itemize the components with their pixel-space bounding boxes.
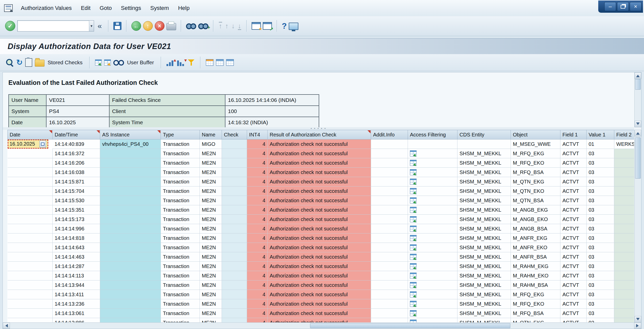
cell-check[interactable]	[222, 318, 247, 323]
user-buffer-icon[interactable]	[113, 59, 124, 66]
cell-object[interactable]: M_ANFR_EKO	[511, 243, 560, 252]
cell-field1[interactable]: ACTVT	[560, 186, 587, 196]
cell-field2[interactable]	[614, 243, 634, 252]
cell-result[interactable]: Authorization check not successful	[268, 290, 371, 299]
cell-addit[interactable]	[371, 139, 408, 149]
cell-result[interactable]: Authorization check not successful	[268, 177, 371, 186]
cell-time[interactable]: 14:14:14:113	[53, 271, 100, 280]
cell-time[interactable]: 14:14:15:173	[53, 215, 100, 224]
cell-date[interactable]: 16.10.2025	[8, 139, 48, 149]
cell-int4[interactable]: 4	[247, 139, 268, 149]
cell-name[interactable]: ME2N	[200, 158, 222, 168]
cell-object[interactable]: M_RAHM_EKO	[511, 271, 560, 280]
cell-check[interactable]	[222, 139, 247, 149]
cell-date[interactable]	[8, 243, 53, 252]
cell-value1[interactable]: 03	[587, 318, 614, 323]
cell-access[interactable]	[408, 262, 457, 271]
cell-date[interactable]	[8, 318, 53, 323]
cell-int4[interactable]: 4	[247, 309, 268, 318]
cell-field2[interactable]: WERKS	[614, 139, 634, 149]
cell-instance[interactable]	[100, 262, 161, 271]
cell-cds[interactable]: SHSM_M_MEKKL	[457, 252, 511, 262]
cell-instance[interactable]	[100, 215, 161, 224]
cell-type[interactable]: Transaction	[161, 262, 200, 271]
cell-time[interactable]: 14:14:40:839	[53, 139, 100, 149]
cell-field1[interactable]: ACTVT	[560, 205, 587, 215]
cell-detail-button[interactable]	[39, 140, 46, 148]
cell-check[interactable]	[222, 233, 247, 243]
cell-name[interactable]: ME2N	[200, 262, 222, 271]
cell-addit[interactable]	[371, 318, 408, 323]
cell-instance[interactable]	[100, 168, 161, 177]
cell-instance[interactable]	[100, 271, 161, 280]
cell-int4[interactable]: 4	[247, 243, 268, 252]
cell-result[interactable]: Authorization check not successful	[268, 271, 371, 280]
cell-name[interactable]: ME2N	[200, 318, 222, 323]
cell-access[interactable]	[408, 158, 457, 168]
cell-field1[interactable]: ACTVT	[560, 280, 587, 290]
cell-name[interactable]: ME2N	[200, 224, 222, 233]
cell-name[interactable]: ME2N	[200, 280, 222, 290]
cell-time[interactable]: 14:14:16:206	[53, 158, 100, 168]
scroll-down-icon[interactable]	[635, 316, 641, 323]
cell-access[interactable]	[408, 299, 457, 309]
cell-cds[interactable]: SHSM_M_MEKKL	[457, 224, 511, 233]
grid-row[interactable]: 14:14:15:704TransactionME2N4Authorizatio…	[8, 186, 634, 196]
cell-check[interactable]	[222, 280, 247, 290]
cell-type[interactable]: Transaction	[161, 158, 200, 168]
cell-result[interactable]: Authorization check not successful	[268, 158, 371, 168]
cell-type[interactable]: Transaction	[161, 186, 200, 196]
cell-addit[interactable]	[371, 215, 408, 224]
cell-date[interactable]	[8, 177, 53, 186]
cell-field1[interactable]: ACTVT	[560, 299, 587, 309]
access-filtering-icon[interactable]	[410, 197, 417, 203]
cell-field1[interactable]: ACTVT	[560, 252, 587, 262]
grid-row[interactable]: 14:14:13:236TransactionME2N4Authorizatio…	[8, 299, 634, 309]
cell-instance[interactable]	[100, 252, 161, 262]
cell-instance[interactable]	[100, 309, 161, 318]
column-header-int4[interactable]: INT4	[247, 130, 268, 139]
cell-object[interactable]: M_ANGB_BSA	[511, 224, 560, 233]
cell-date[interactable]	[8, 271, 53, 280]
cell-check[interactable]	[222, 252, 247, 262]
cell-field2[interactable]	[614, 205, 634, 215]
cell-field2[interactable]	[614, 149, 634, 158]
cell-time[interactable]: 14:14:14:818	[53, 233, 100, 243]
cell-result[interactable]: Authorization check not successful	[268, 149, 371, 158]
cell-result[interactable]: Authorization check not successful	[268, 224, 371, 233]
cell-result[interactable]: Authorization check not successful	[268, 233, 371, 243]
cell-name[interactable]: ME2N	[200, 290, 222, 299]
cell-int4[interactable]: 4	[247, 262, 268, 271]
cell-field1[interactable]: ACTVT	[560, 224, 587, 233]
cell-addit[interactable]	[371, 196, 408, 205]
cell-field1[interactable]: ACTVT	[560, 196, 587, 205]
cell-object[interactable]: M_QTN_BSA	[511, 196, 560, 205]
cell-instance[interactable]	[100, 158, 161, 168]
cell-type[interactable]: Transaction	[161, 168, 200, 177]
cell-result[interactable]: Authorization check not successful	[268, 252, 371, 262]
cell-object[interactable]: M_ANFR_BSA	[511, 252, 560, 262]
cell-time[interactable]: 14:14:15:871	[53, 177, 100, 186]
cell-time[interactable]: 14:14:13:411	[53, 290, 100, 299]
cell-value1[interactable]: 03	[587, 186, 614, 196]
cell-addit[interactable]	[371, 299, 408, 309]
cell-addit[interactable]	[371, 233, 408, 243]
change-layout-icon[interactable]	[226, 59, 234, 66]
grid-row[interactable]: 14:14:13:061TransactionME2N4Authorizatio…	[8, 309, 634, 318]
cell-int4[interactable]: 4	[247, 168, 268, 177]
cell-date[interactable]	[8, 186, 53, 196]
cell-instance[interactable]	[100, 243, 161, 252]
cell-check[interactable]	[222, 205, 247, 215]
scroll-thumb[interactable]	[635, 79, 641, 90]
cell-field1[interactable]: ACTVT	[560, 243, 587, 252]
export-icon[interactable]	[95, 59, 102, 66]
scroll-left-icon[interactable]	[3, 323, 10, 329]
cell-access[interactable]	[408, 280, 457, 290]
access-filtering-icon[interactable]	[410, 310, 417, 316]
cell-int4[interactable]: 4	[247, 280, 268, 290]
cell-date[interactable]	[8, 205, 53, 215]
cell-field2[interactable]	[614, 224, 634, 233]
close-button[interactable]: ×	[630, 2, 641, 11]
first-page-icon[interactable]: ↑	[218, 23, 223, 29]
menu-item-help[interactable]: Help	[174, 3, 194, 13]
